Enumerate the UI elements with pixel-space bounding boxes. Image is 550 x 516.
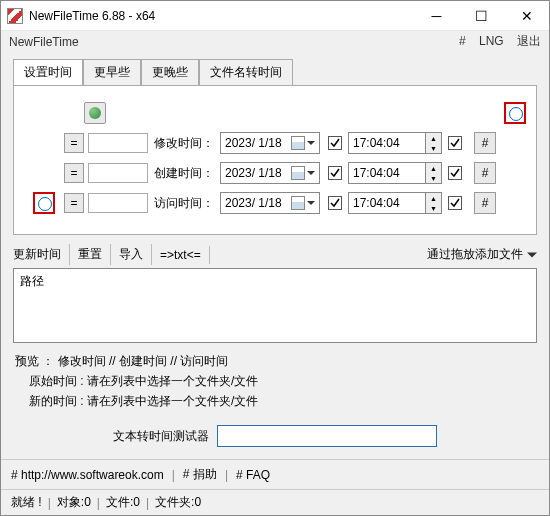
checkbox-access-date[interactable]	[328, 196, 342, 210]
new-time-label: 新的时间 :	[29, 394, 84, 408]
date-input-create[interactable]: 2023/ 1/18	[220, 162, 320, 184]
titlebar[interactable]: NewFileTime 6.88 - x64 ─ ☐ ✕	[1, 1, 549, 31]
link-donate[interactable]: # 捐助	[183, 466, 217, 483]
offset-input-create[interactable]	[88, 163, 148, 183]
file-list[interactable]: 路径	[13, 268, 537, 343]
close-button[interactable]: ✕	[504, 1, 549, 31]
clock-icon[interactable]	[33, 192, 55, 214]
btn-import[interactable]: 导入	[111, 244, 152, 265]
date-input-modify[interactable]: 2023/ 1/18	[220, 132, 320, 154]
time-input-create[interactable]: 17:04:04	[348, 162, 426, 184]
label-access: 访问时间：	[154, 195, 214, 212]
tab-set-time[interactable]: 设置时间	[13, 59, 83, 86]
checkbox-access-time[interactable]	[448, 196, 462, 210]
time-spinner-create[interactable]: ▲▼	[426, 162, 442, 184]
row-modify: = 修改时间： 2023/ 1/18 17:04:04 ▲▼ #	[24, 130, 526, 156]
date-input-access[interactable]: 2023/ 1/18	[220, 192, 320, 214]
link-faq[interactable]: # FAQ	[236, 468, 270, 482]
checkbox-modify-date[interactable]	[328, 136, 342, 150]
link-homepage[interactable]: # http://www.softwareok.com	[11, 468, 164, 482]
clock-icon[interactable]	[504, 102, 526, 124]
toolbar: 更新时间 重置 导入 =>txt<= 通过拖放添加文件	[1, 243, 549, 266]
offset-input-access[interactable]	[88, 193, 148, 213]
time-input-access[interactable]: 17:04:04	[348, 192, 426, 214]
menubar: NewFileTime # LNG 退出	[1, 31, 549, 52]
hash-button-access[interactable]: #	[474, 192, 496, 214]
eq-button-access[interactable]: =	[64, 193, 84, 213]
orig-time-value: 请在列表中选择一个文件夹/文件	[87, 374, 258, 388]
time-spinner-access[interactable]: ▲▼	[426, 192, 442, 214]
tabstrip: 设置时间 更早些 更晚些 文件名转时间	[1, 52, 549, 85]
statusbar: 就绪 !| 对象:0| 文件:0| 文件夹:0	[1, 489, 549, 515]
hash-button-modify[interactable]: #	[474, 132, 496, 154]
tab-earlier[interactable]: 更早些	[83, 59, 141, 86]
app-icon	[7, 8, 23, 24]
orig-time-label: 原始时间 :	[29, 374, 84, 388]
tab-panel: = 修改时间： 2023/ 1/18 17:04:04 ▲▼ # = 创建时间：…	[13, 85, 537, 235]
row-create: = 创建时间： 2023/ 1/18 17:04:04 ▲▼ #	[24, 160, 526, 186]
chevron-down-icon[interactable]	[307, 169, 315, 177]
offset-input-modify[interactable]	[88, 133, 148, 153]
time-spinner-modify[interactable]: ▲▼	[426, 132, 442, 154]
tester-row: 文本转时间测试器	[1, 417, 549, 459]
column-header-path[interactable]: 路径	[20, 273, 530, 290]
chevron-down-icon[interactable]	[307, 139, 315, 147]
drop-add-files[interactable]: 通过拖放添加文件	[427, 246, 537, 263]
preview-header: 预览 ： 修改时间 // 创建时间 // 访问时间	[15, 351, 535, 371]
maximize-button[interactable]: ☐	[459, 1, 504, 31]
tab-filename-to-time[interactable]: 文件名转时间	[199, 59, 293, 86]
calendar-icon	[291, 196, 305, 210]
status-ready: 就绪 !	[11, 494, 42, 511]
calendar-icon	[291, 166, 305, 180]
btn-reset[interactable]: 重置	[70, 244, 111, 265]
app-window: NewFileTime 6.88 - x64 ─ ☐ ✕ NewFileTime…	[0, 0, 550, 516]
tab-later[interactable]: 更晚些	[141, 59, 199, 86]
chevron-down-icon[interactable]	[307, 199, 315, 207]
menu-lng[interactable]: LNG	[479, 34, 504, 48]
app-name-label[interactable]: NewFileTime	[9, 35, 79, 49]
tester-input[interactable]	[217, 425, 437, 447]
tester-label: 文本转时间测试器	[113, 428, 209, 445]
status-folders: 文件夹:0	[155, 494, 201, 511]
status-files: 文件:0	[106, 494, 140, 511]
eq-button-create[interactable]: =	[64, 163, 84, 183]
minimize-button[interactable]: ─	[414, 1, 459, 31]
checkbox-create-date[interactable]	[328, 166, 342, 180]
btn-update-time[interactable]: 更新时间	[13, 244, 70, 265]
hash-button-create[interactable]: #	[474, 162, 496, 184]
label-create: 创建时间：	[154, 165, 214, 182]
menu-hash[interactable]: #	[459, 34, 466, 48]
status-objects: 对象:0	[57, 494, 91, 511]
menu-exit[interactable]: 退出	[517, 34, 541, 48]
eq-button-modify[interactable]: =	[64, 133, 84, 153]
footer-links: # http://www.softwareok.com| # 捐助| # FAQ	[1, 459, 549, 489]
calendar-icon	[291, 136, 305, 150]
preview-block: 预览 ： 修改时间 // 创建时间 // 访问时间 原始时间 : 请在列表中选择…	[1, 345, 549, 417]
btn-txt[interactable]: =>txt<=	[152, 246, 210, 264]
time-input-modify[interactable]: 17:04:04	[348, 132, 426, 154]
label-modify: 修改时间：	[154, 135, 214, 152]
checkbox-modify-time[interactable]	[448, 136, 462, 150]
checkbox-create-time[interactable]	[448, 166, 462, 180]
globe-icon[interactable]	[84, 102, 106, 124]
window-title: NewFileTime 6.88 - x64	[29, 9, 414, 23]
row-access: = 访问时间： 2023/ 1/18 17:04:04 ▲▼ #	[24, 190, 526, 216]
new-time-value: 请在列表中选择一个文件夹/文件	[87, 394, 258, 408]
